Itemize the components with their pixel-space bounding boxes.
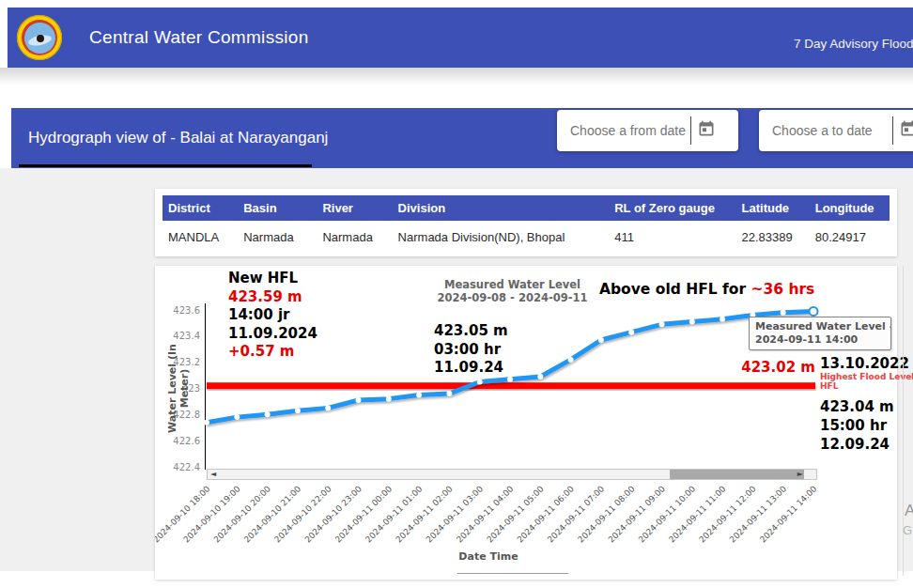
- svg-text:2024-09-11 14:00: 2024-09-11 14:00: [758, 484, 819, 545]
- crossing-value: 423.05 m: [434, 322, 508, 341]
- app-header: Central Water Commission 7 Day Advisory …: [8, 8, 913, 68]
- new-hfl-time: 14:00 jr: [228, 306, 317, 325]
- above-hfl-hours: ~36 hrs: [751, 281, 814, 298]
- clipped-edge-text: G: [903, 523, 912, 537]
- col-district: District: [162, 195, 238, 221]
- header-shadow: [0, 68, 913, 85]
- crossing-date: 11.09.24: [434, 359, 508, 378]
- tooltip-line1: Measured Water Level - 423.59: [755, 320, 885, 333]
- to-date-field[interactable]: [759, 110, 913, 151]
- chart-subtitle: 2024-09-08 - 2024-09-11: [435, 291, 590, 304]
- svg-text:2024-09-11 13:00: 2024-09-11 13:00: [728, 484, 789, 545]
- calendar-icon[interactable]: [899, 119, 913, 142]
- svg-text:2024-09-11 05:00: 2024-09-11 05:00: [485, 484, 546, 545]
- svg-text:2024-09-11 08:00: 2024-09-11 08:00: [576, 484, 637, 545]
- old-hfl-values: 423.04 m 15:00 hr 12.09.24: [820, 397, 913, 454]
- chart-tooltip: Measured Water Level - 423.59 2024-09-11…: [749, 317, 891, 350]
- col-rl-zero-gauge: RL of Zero gauge: [609, 195, 735, 221]
- svg-text:2024-09-10 23:00: 2024-09-10 23:00: [302, 484, 364, 545]
- calendar-icon[interactable]: [697, 119, 716, 142]
- svg-text:2024-09-10 21:00: 2024-09-10 21:00: [242, 484, 303, 545]
- old-hfl-date2: 12.09.24: [820, 435, 913, 454]
- new-hfl-date: 11.09.2024: [228, 325, 317, 344]
- svg-text:2024-09-11 11:00: 2024-09-11 11:00: [667, 484, 728, 545]
- table-row: MANDLA Narmada Narmada Narmada Division(…: [162, 221, 890, 254]
- old-hfl-label2: HFL: [820, 381, 913, 391]
- date-divider: [690, 116, 691, 145]
- old-hfl-annotation: 13.10.2022 Highest Flood Level HFL 423.0…: [820, 356, 913, 454]
- legend-box-edge: [457, 573, 568, 574]
- scrollbar-right-arrow-icon[interactable]: ►: [797, 469, 803, 479]
- cwc-logo-icon: [17, 15, 62, 60]
- new-hfl-title: New HFL: [228, 270, 317, 288]
- clipped-edge-text: A: [905, 502, 913, 520]
- col-longitude: Longitude: [810, 195, 890, 221]
- scrollbar-left-arrow-icon[interactable]: ◄: [210, 469, 216, 479]
- chart-scrollbar[interactable]: ◄ ►: [207, 469, 817, 480]
- svg-text:2024-09-11 12:00: 2024-09-11 12:00: [697, 484, 758, 545]
- svg-text:423.6: 423.6: [173, 305, 200, 316]
- col-latitude: Latitude: [736, 195, 810, 221]
- station-info-card: District Basin River Division RL of Zero…: [155, 189, 897, 256]
- page-title: Hydrograph view of - Balai at Narayangan…: [28, 129, 328, 147]
- chart-title: Measured Water Level: [435, 278, 590, 291]
- date-divider: [892, 116, 893, 145]
- cell-district: MANDLA: [162, 221, 238, 254]
- advisory-flood-link[interactable]: 7 Day Advisory Flood F: [794, 37, 913, 51]
- svg-text:422.4: 422.4: [173, 462, 200, 472]
- svg-text:2024-09-11 09:00: 2024-09-11 09:00: [606, 484, 667, 545]
- cell-river: Narmada: [317, 221, 392, 254]
- svg-text:2024-09-11 00:00: 2024-09-11 00:00: [333, 484, 395, 545]
- table-header-row: District Basin River Division RL of Zero…: [162, 195, 890, 221]
- svg-text:2024-09-11 02:00: 2024-09-11 02:00: [394, 484, 455, 545]
- new-hfl-annotation: New HFL 423.59 m 14:00 jr 11.09.2024 +0.…: [228, 270, 317, 362]
- svg-text:2024-09-11 06:00: 2024-09-11 06:00: [516, 484, 577, 545]
- svg-text:2024-09-11 07:00: 2024-09-11 07:00: [546, 484, 607, 545]
- cell-division: Narmada Division(ND), Bhopal: [393, 221, 610, 254]
- svg-text:2024-09-10 22:00: 2024-09-10 22:00: [272, 484, 333, 545]
- above-hfl-text: Above old HFL for: [599, 281, 751, 298]
- svg-text:2024-09-11 03:00: 2024-09-11 03:00: [425, 484, 486, 545]
- cell-basin: Narmada: [238, 221, 317, 254]
- svg-text:2024-09-10 19:00: 2024-09-10 19:00: [181, 484, 242, 545]
- title-underline: [19, 164, 312, 167]
- hfl-line-label: 423.02 m: [681, 359, 815, 378]
- crossing-annotation: 423.05 m 03:00 hr 11.09.24: [434, 322, 508, 378]
- svg-text:2024-09-11 04:00: 2024-09-11 04:00: [455, 484, 516, 545]
- cell-latitude: 22.83389: [736, 221, 810, 254]
- hydrograph-chart-card: 423.6423.4423.2423422.8422.6422.42024-09…: [155, 266, 897, 580]
- old-hfl-date: 13.10.2022: [820, 356, 913, 372]
- col-basin: Basin: [238, 195, 317, 221]
- old-hfl-label1: Highest Flood Level: [820, 372, 913, 381]
- svg-text:2024-09-11 10:00: 2024-09-11 10:00: [637, 484, 698, 545]
- svg-text:2024-09-11 01:00: 2024-09-11 01:00: [364, 484, 425, 545]
- y-axis-title: Water Level (In Meter): [166, 337, 178, 441]
- col-division: Division: [393, 195, 610, 221]
- app-title: Central Water Commission: [89, 27, 309, 48]
- page: Central Water Commission 7 Day Advisory …: [0, 0, 913, 588]
- new-hfl-delta: +0.57 m: [228, 343, 317, 362]
- cell-longitude: 80.24917: [810, 221, 890, 254]
- tooltip-line2: 2024-09-11 14:00: [755, 333, 885, 347]
- cell-rl-zero-gauge: 411: [609, 221, 735, 254]
- from-date-field[interactable]: [557, 110, 738, 151]
- from-date-input[interactable]: [570, 123, 690, 138]
- to-date-input[interactable]: [772, 123, 892, 138]
- scrollbar-thumb[interactable]: [670, 470, 804, 479]
- above-hfl-annotation: Above old HFL for ~36 hrs: [599, 281, 814, 300]
- old-hfl-value: 423.04 m: [820, 397, 913, 416]
- chart-title-block: Measured Water Level 2024-09-08 - 2024-0…: [435, 278, 590, 304]
- svg-text:2024-09-10 20:00: 2024-09-10 20:00: [212, 484, 273, 545]
- station-table: District Basin River Division RL of Zero…: [162, 195, 890, 254]
- new-hfl-value: 423.59 m: [228, 288, 317, 307]
- old-hfl-time: 15:00 hr: [820, 416, 913, 435]
- x-axis-title: Date Time: [418, 550, 559, 563]
- col-river: River: [317, 195, 392, 221]
- crossing-time: 03:00 hr: [434, 341, 508, 360]
